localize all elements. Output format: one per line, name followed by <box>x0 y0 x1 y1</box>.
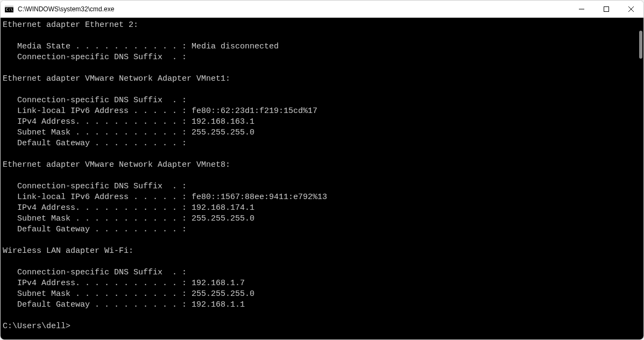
scrollbar-thumb[interactable] <box>639 31 642 59</box>
window-title: C:\WINDOWS\system32\cmd.exe <box>18 5 569 13</box>
svg-rect-4 <box>604 6 609 11</box>
close-button[interactable] <box>619 1 643 17</box>
titlebar[interactable]: C:\ C:\WINDOWS\system32\cmd.exe <box>1 1 643 18</box>
minimize-button[interactable] <box>569 1 594 17</box>
cmd-icon: C:\ <box>5 5 13 13</box>
terminal-area: Ethernet adapter Ethernet 2: Media State… <box>1 18 643 339</box>
scrollbar-track[interactable] <box>635 18 643 339</box>
terminal-output[interactable]: Ethernet adapter Ethernet 2: Media State… <box>1 18 635 339</box>
maximize-button[interactable] <box>594 1 619 17</box>
svg-text:C:\: C:\ <box>6 8 13 12</box>
cmd-window: C:\ C:\WINDOWS\system32\cmd.exe <box>0 0 644 340</box>
window-controls <box>569 1 643 17</box>
